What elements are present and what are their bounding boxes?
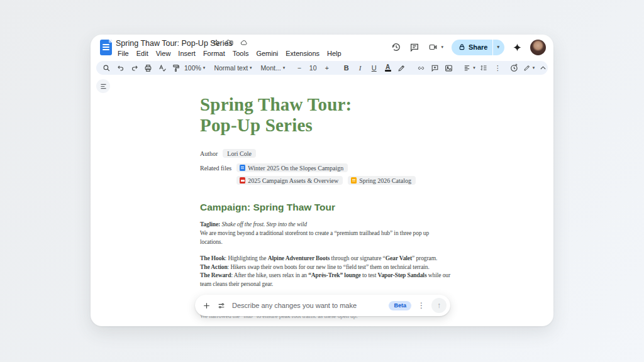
zoom-caret-icon: ▾	[203, 65, 206, 70]
prompt-more-icon[interactable]: ⋮	[418, 301, 425, 310]
google-docs-window: Spring Thaw Tour: Pop-Up Series File Edi…	[91, 35, 553, 326]
beta-badge: Beta	[389, 301, 411, 310]
menu-tools[interactable]: Tools	[229, 49, 253, 58]
doc-title-line1: Spring Thaw Tour:	[200, 94, 453, 115]
insert-link-icon[interactable]	[416, 62, 426, 74]
file-red-icon	[240, 177, 245, 184]
menu-view[interactable]: View	[152, 49, 175, 58]
related-file-chip[interactable]: Winter 2025 On the Slopes Campaign	[236, 163, 348, 172]
align-caret-icon: ▾	[473, 65, 475, 70]
related-file-name: 2025 Campaign Assets & Overview	[248, 177, 338, 184]
related-file-name: Spring 2026 Catalog	[359, 177, 411, 184]
hook-line: The Hook: Highlighting the Alpine Advent…	[200, 255, 453, 263]
action-line: The Action: Hikers swap their own boots …	[200, 263, 453, 272]
doc-heading-title: Spring Thaw Tour: Pop-Up Series	[200, 94, 453, 136]
author-chip[interactable]: Lori Cole	[223, 149, 256, 158]
video-call-caret-icon[interactable]: ▾	[441, 45, 443, 50]
menu-file[interactable]: File	[114, 49, 133, 58]
collapse-menus-icon[interactable]	[538, 62, 548, 74]
doc-title-line2: Pop-Up Series	[200, 115, 453, 136]
google-docs-logo-icon[interactable]	[100, 40, 112, 55]
paragraph-style-value: Normal text	[214, 64, 248, 72]
italic-button[interactable]: I	[355, 62, 365, 74]
share-button-label: Share	[469, 43, 488, 51]
campaign-heading: Campaign: Spring Thaw Tour	[200, 202, 453, 213]
toolbar-more-icon[interactable]: ⋮	[492, 62, 503, 74]
redo-icon[interactable]	[129, 62, 140, 74]
font-size-value[interactable]: 10	[308, 62, 318, 74]
prompt-add-icon[interactable]	[203, 302, 211, 310]
text-color-glyph: A	[386, 64, 390, 70]
related-file-name: Winter 2025 On the Slopes Campaign	[248, 165, 343, 172]
editing-pencil-icon	[523, 64, 531, 72]
line-spacing-icon[interactable]	[479, 62, 489, 74]
video-call-button[interactable]: ▾	[428, 43, 443, 52]
tagline-paragraph: Tagline: Shake off the frost. Step into …	[200, 221, 453, 229]
gemini-prompt-bar[interactable]: Beta ⋮ ↑	[195, 295, 450, 316]
font-family-value: Mont...	[261, 64, 281, 72]
schedule-clock-plus-icon[interactable]	[509, 62, 520, 74]
underline-button[interactable]: U	[369, 62, 379, 74]
reward-line: The Reward: After the hike, users relax …	[200, 272, 453, 288]
star-icon[interactable]	[213, 39, 220, 47]
prompt-input[interactable]	[232, 302, 382, 309]
increase-font-size-button[interactable]: +	[321, 62, 332, 74]
menu-gemini[interactable]: Gemini	[252, 49, 282, 58]
menu-extensions[interactable]: Extensions	[282, 49, 323, 58]
style-caret-icon: ▾	[250, 65, 252, 70]
intro-paragraph: We are moving beyond a traditional store…	[200, 229, 453, 246]
document-outline-button[interactable]	[96, 79, 110, 93]
decrease-font-size-button[interactable]: −	[294, 62, 304, 74]
share-button[interactable]: Share ▾	[452, 40, 504, 55]
lock-icon	[458, 43, 465, 51]
move-to-folder-icon[interactable]	[226, 39, 234, 47]
hook-action-reward-block: The Hook: Highlighting the Alpine Advent…	[200, 255, 453, 288]
menu-edit[interactable]: Edit	[133, 49, 152, 58]
comments-icon[interactable]	[409, 42, 419, 52]
text-color-button[interactable]: A	[382, 62, 393, 74]
menu-format[interactable]: Format	[199, 49, 229, 58]
titlebar: Spring Thaw Tour: Pop-Up Series File Edi…	[91, 35, 553, 60]
print-icon[interactable]	[143, 62, 153, 74]
formatting-toolbar: 100% ▾ Normal text ▾ Mont... ▾ − 10 + B …	[96, 61, 548, 75]
cloud-saved-icon[interactable]	[240, 39, 248, 47]
gemini-sparkle-icon[interactable]	[513, 43, 522, 52]
related-file-chip[interactable]: Spring 2026 Catalog	[348, 176, 416, 185]
paragraph-style-select[interactable]: Normal text ▾	[214, 64, 252, 72]
menu-help[interactable]: Help	[323, 49, 345, 58]
version-history-icon[interactable]	[391, 42, 401, 52]
share-dropdown[interactable]: ▾	[492, 40, 504, 55]
align-left-icon	[463, 65, 471, 72]
font-caret-icon: ▾	[283, 65, 286, 70]
menu-insert[interactable]: Insert	[174, 49, 199, 58]
bold-button[interactable]: B	[341, 62, 352, 74]
tagline-text: Shake off the frost. Step into the wild	[220, 221, 307, 228]
undo-icon[interactable]	[115, 62, 126, 74]
related-file-chip[interactable]: 2025 Campaign Assets & Overview	[236, 176, 343, 185]
editing-mode-caret-icon: ▾	[533, 65, 535, 70]
align-select[interactable]: ▾	[463, 65, 475, 72]
zoom-select[interactable]: 100% ▾	[184, 64, 205, 72]
desktop-background: { "colors": { "accent_blue": "#2b7de9", …	[0, 0, 644, 362]
zoom-value: 100%	[184, 64, 201, 72]
search-menus-icon[interactable]	[101, 62, 112, 74]
add-comment-icon[interactable]	[430, 62, 440, 74]
tagline-label: Tagline:	[200, 221, 220, 228]
spell-check-icon[interactable]	[157, 62, 167, 74]
editing-mode-select[interactable]: ▾	[523, 64, 535, 72]
file-yellow-icon	[351, 177, 357, 184]
account-avatar[interactable]	[530, 40, 546, 55]
highlight-color-icon[interactable]	[396, 62, 407, 74]
author-label: Author	[200, 149, 218, 157]
document-canvas[interactable]: Spring Thaw Tour: Pop-Up Series Author L…	[200, 74, 453, 315]
font-family-select[interactable]: Mont... ▾	[261, 64, 286, 72]
paint-format-icon[interactable]	[170, 62, 181, 74]
docs-file-blue-icon	[240, 165, 245, 171]
prompt-tune-icon[interactable]	[217, 302, 226, 310]
outline-list-icon	[100, 84, 107, 89]
menu-bar: File Edit View Insert Format Tools Gemin…	[114, 49, 345, 58]
insert-image-icon[interactable]	[443, 62, 454, 74]
prompt-send-button[interactable]: ↑	[431, 298, 447, 313]
related-files-label: Related files	[200, 163, 231, 172]
